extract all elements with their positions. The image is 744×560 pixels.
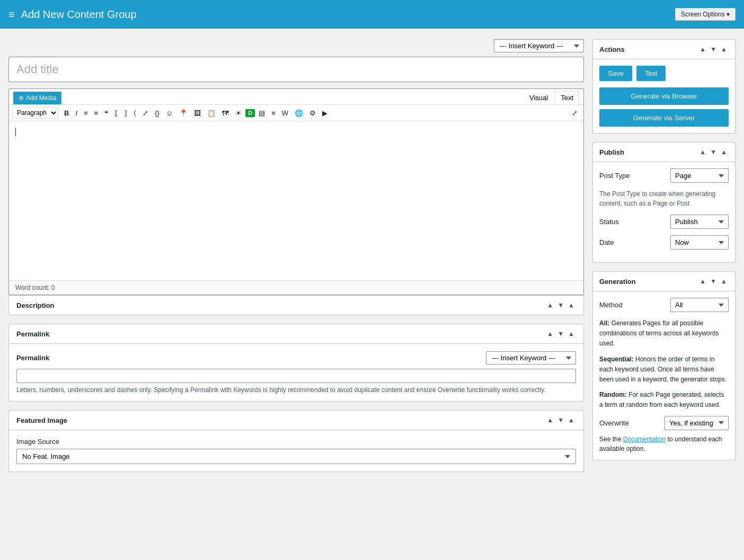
permalink-chevron-up[interactable]: ▲ <box>545 330 555 338</box>
date-row: Date Now <box>599 235 729 250</box>
w-button[interactable]: W <box>279 108 291 118</box>
description-chevron-up[interactable]: ▲ <box>545 301 555 309</box>
description-chevron-expand[interactable]: ▲ <box>566 301 576 309</box>
add-media-button[interactable]: ⊕ Add Media <box>13 92 61 104</box>
editor-body[interactable] <box>9 121 583 280</box>
location-button[interactable]: 📍 <box>176 108 190 118</box>
generation-panel-chevrons: ▲ ▼ ▲ <box>698 277 729 286</box>
publish-help: The Post Type to create when generating … <box>599 189 729 208</box>
method-row: Method All <box>599 298 729 312</box>
actions-chevron-up[interactable]: ▲ <box>698 45 707 54</box>
test-button[interactable]: Test <box>636 66 666 81</box>
insert-keyword-select[interactable]: --- Insert Keyword --- <box>494 39 584 52</box>
actions-row: Save Test <box>599 66 729 81</box>
green-d-button[interactable]: D <box>245 109 255 117</box>
publish-panel-chevrons: ▲ ▼ ▲ <box>698 148 729 156</box>
method-random-desc: Random: For each Page generated, selects… <box>599 390 729 410</box>
featured-image-chevron-down[interactable]: ▼ <box>556 416 565 424</box>
fullscreen-button[interactable]: ⤢ <box>569 108 580 118</box>
overwrite-row: Overwrite Yes, if existing <box>599 416 729 430</box>
featured-image-chevron-up[interactable]: ▲ <box>545 416 555 424</box>
editor-cursor <box>15 128 16 136</box>
method-sequential-label: Sequential: <box>599 355 634 363</box>
overwrite-help-prefix: See the <box>599 435 621 443</box>
permalink-panel-title: Permalink <box>16 330 545 338</box>
italic-button[interactable]: I <box>73 108 80 118</box>
highlight-button[interactable]: ☀ <box>233 108 244 118</box>
generation-panel: Generation ▲ ▼ ▲ Method All All: Generat… <box>592 271 736 460</box>
link-button[interactable]: ⤢ <box>140 108 151 118</box>
publish-chevron-down[interactable]: ▼ <box>708 148 718 156</box>
method-select[interactable]: All <box>670 298 729 312</box>
date-select[interactable]: Now <box>670 235 729 250</box>
overwrite-help: See the Documentation to understand each… <box>599 434 729 454</box>
permalink-row: Permalink --- Insert Keyword --- <box>16 351 576 365</box>
ordered-list-button[interactable]: ≡ <box>92 108 101 118</box>
generation-chevron-down[interactable]: ▼ <box>708 277 718 286</box>
word-count-text: Word count: 0 <box>15 284 55 291</box>
editor-view-tabs: Visual Text <box>524 91 579 104</box>
image-button[interactable]: 🖼 <box>191 108 203 118</box>
editor-container: ⊕ Add Media Visual Text Paragraph B I ≡ … <box>8 88 584 295</box>
overwrite-select[interactable]: Yes, if existing <box>665 416 729 430</box>
blockquote-button[interactable]: ❝ <box>102 108 111 118</box>
map-button[interactable]: 🗺 <box>219 108 232 118</box>
generate-server-button[interactable]: Generate via Server <box>599 109 729 127</box>
status-row: Status Publish <box>599 215 729 229</box>
left-column: --- Insert Keyword --- ⊕ Add Media Visua… <box>8 39 584 481</box>
save-button[interactable]: Save <box>599 66 632 81</box>
paragraph-select[interactable]: Paragraph <box>12 107 58 119</box>
generation-chevron-up[interactable]: ▲ <box>698 277 707 286</box>
actions-panel: Actions ▲ ▼ ▲ Save Test Generate via Bro… <box>592 39 736 134</box>
description-chevron-down[interactable]: ▼ <box>556 301 565 309</box>
method-all-label: All: <box>599 319 609 327</box>
title-input[interactable] <box>8 57 584 82</box>
permalink-input[interactable] <box>16 369 576 383</box>
actions-chevron-down[interactable]: ▼ <box>708 45 718 54</box>
publish-chevron-expand[interactable]: ▲ <box>719 148 729 156</box>
align-left-button[interactable]: ⟦ <box>112 108 120 118</box>
insert-keyword-bar: --- Insert Keyword --- <box>8 39 584 52</box>
permalink-chevron-expand[interactable]: ▲ <box>566 330 576 338</box>
emoji-button[interactable]: ☺ <box>163 108 175 118</box>
unordered-list-button[interactable]: ≡ <box>81 108 91 118</box>
description-panel-header[interactable]: Description ▲ ▼ ▲ <box>9 296 583 315</box>
documentation-link[interactable]: Documentation <box>623 435 666 443</box>
generation-panel-title: Generation <box>599 278 698 286</box>
actions-panel-header: Actions ▲ ▼ ▲ <box>593 40 735 59</box>
list-button[interactable]: ≡ <box>269 108 278 118</box>
actions-chevron-expand[interactable]: ▲ <box>719 45 729 54</box>
gallery-button[interactable]: 📋 <box>205 108 218 118</box>
align-center-button[interactable]: ⟧ <box>121 108 130 118</box>
generation-chevron-expand[interactable]: ▲ <box>719 277 729 286</box>
code-button[interactable]: {} <box>152 108 162 118</box>
post-type-select[interactable]: Page <box>670 168 729 183</box>
tab-visual[interactable]: Visual <box>524 91 554 104</box>
generate-browser-button[interactable]: Generate via Browser <box>599 87 729 105</box>
add-media-icon: ⊕ <box>19 94 24 102</box>
align-right-button[interactable]: ⟨ <box>131 108 139 118</box>
permalink-panel: Permalink ▲ ▼ ▲ Permalink --- Insert Key… <box>8 324 584 402</box>
featured-image-panel-header[interactable]: Featured Image ▲ ▼ ▲ <box>9 411 583 430</box>
table-button[interactable]: ▤ <box>256 108 268 118</box>
featured-image-panel-title: Featured Image <box>16 416 545 424</box>
wp-menu-icon: ≡ <box>8 8 15 21</box>
description-panel-title: Description <box>16 301 545 309</box>
publish-panel-title: Publish <box>599 148 698 156</box>
permalink-panel-header[interactable]: Permalink ▲ ▼ ▲ <box>9 324 583 344</box>
tab-text[interactable]: Text <box>555 91 579 104</box>
permalink-chevron-down[interactable]: ▼ <box>556 330 565 338</box>
status-select[interactable]: Publish <box>670 215 729 229</box>
media-button[interactable]: ▶ <box>320 108 330 118</box>
permalink-chevrons: ▲ ▼ ▲ <box>545 330 576 338</box>
featured-image-chevron-expand[interactable]: ▲ <box>566 416 576 424</box>
permalink-keyword-select[interactable]: --- Insert Keyword --- <box>486 351 576 365</box>
word-count-bar: Word count: 0 <box>9 280 583 295</box>
screen-options-button[interactable]: Screen Options ▾ <box>675 8 736 21</box>
globe-button[interactable]: 🌐 <box>292 108 306 118</box>
overwrite-label: Overwrite <box>599 419 665 427</box>
settings-button[interactable]: ⚙ <box>307 108 318 118</box>
publish-chevron-up[interactable]: ▲ <box>698 148 707 156</box>
image-source-select[interactable]: No Feat. Image <box>16 449 576 464</box>
bold-button[interactable]: B <box>61 108 72 118</box>
